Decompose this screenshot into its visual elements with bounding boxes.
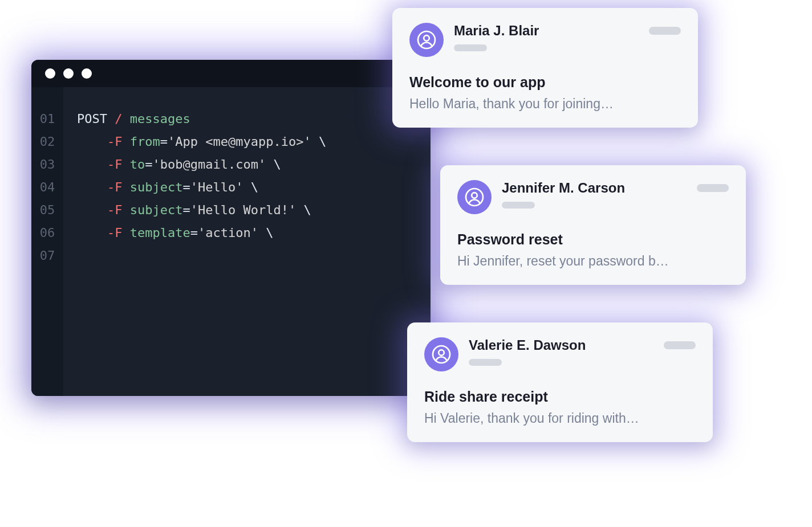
svg-point-2 [466,189,483,206]
line-number: 07 [31,244,63,267]
svg-point-0 [418,31,435,48]
avatar [424,337,458,371]
svg-point-4 [433,346,450,363]
line-number-gutter: 01020304050607 [31,87,63,396]
card-header: Jennifer M. Carson [457,180,729,214]
message-subject: Password reset [457,231,729,248]
terminal-titlebar [31,60,431,87]
window-dot-close-icon[interactable] [45,68,55,79]
line-number: 02 [31,130,63,153]
placeholder-chip [454,44,487,51]
message-preview: Hi Jennifer, reset your password b… [457,254,729,269]
message-subject: Welcome to our app [409,74,681,91]
message-card[interactable]: Valerie E. Dawson Ride share receipt Hi … [407,322,713,442]
placeholder-chip [469,359,502,366]
avatar [457,180,492,214]
placeholder-chip [502,202,535,209]
svg-point-3 [472,193,477,198]
terminal-window: 01020304050607 POST / messages -F from='… [31,60,431,396]
user-circle-icon [464,187,485,207]
message-card[interactable]: Maria J. Blair Welcome to our app Hello … [392,8,698,128]
sender-name: Jennifer M. Carson [502,180,625,196]
code-line: -F subject='Hello' \ [77,176,421,199]
user-circle-icon [416,30,437,50]
code-line: -F subject='Hello World!' \ [77,199,421,222]
message-card[interactable]: Jennifer M. Carson Password reset Hi Jen… [440,165,746,285]
placeholder-chip [697,184,729,192]
code-line [77,244,421,267]
avatar [409,23,444,57]
code-line: -F to='bob@gmail.com' \ [77,153,421,176]
sender-name: Valerie E. Dawson [469,337,586,353]
code-line: -F from='App <me@myapp.io>' \ [77,130,421,153]
code-content: POST / messages -F from='App <me@myapp.i… [63,87,431,396]
line-number: 03 [31,153,63,176]
window-dot-maximize-icon[interactable] [82,68,92,79]
line-number: 04 [31,176,63,199]
line-number: 01 [31,108,63,130]
code-line: POST / messages [77,108,421,130]
placeholder-chip [649,27,681,35]
line-number: 05 [31,199,63,222]
placeholder-chip [664,341,696,349]
message-preview: Hi Valerie, thank you for riding with… [424,411,696,426]
code-line: -F template='action' \ [77,222,421,244]
line-number: 06 [31,222,63,244]
card-header: Valerie E. Dawson [424,337,696,371]
message-preview: Hello Maria, thank you for joining… [409,96,681,112]
user-circle-icon [431,344,452,365]
window-dot-minimize-icon[interactable] [63,68,74,79]
svg-point-1 [424,35,429,41]
terminal-body: 01020304050607 POST / messages -F from='… [31,87,431,396]
sender-name: Maria J. Blair [454,23,539,39]
svg-point-5 [439,350,444,356]
message-subject: Ride share receipt [424,389,696,405]
card-header: Maria J. Blair [409,23,681,57]
